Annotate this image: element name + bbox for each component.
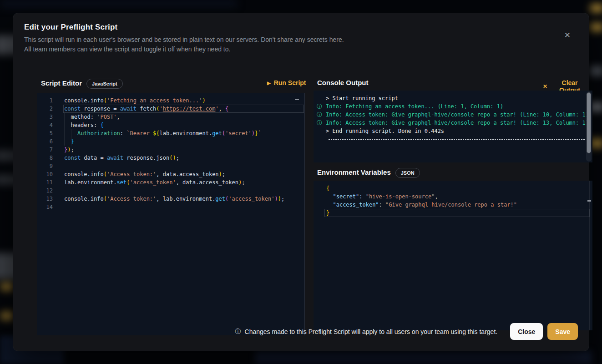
line-number: 4: [37, 121, 53, 129]
play-icon: ▶: [267, 81, 271, 86]
modal-description-line1: This script will run in each user's brow…: [24, 36, 344, 43]
background-blur: [1, 283, 13, 290]
line-number: 13: [37, 195, 53, 203]
code-line: 8const data = await response.json();: [37, 154, 304, 162]
code-line: 5 Authorization: `Bearer ${lab.environme…: [37, 129, 304, 137]
info-circle-icon: ⓘ: [316, 111, 323, 119]
code-text: "access_token": "Give graphql-hive/conso…: [326, 201, 517, 209]
code-text: console.info('Access token:', data.acces…: [64, 170, 225, 178]
console-scrollbar[interactable]: [586, 91, 592, 162]
code-line: 9: [37, 162, 304, 170]
line-number: 5: [37, 129, 53, 137]
code-line: "access_token": "Give graphql-hive/conso…: [314, 201, 592, 209]
code-text: Authorization: `Bearer ${lab.environment…: [64, 129, 262, 137]
save-button[interactable]: Save: [547, 323, 578, 340]
console-entry: > Start running script: [316, 94, 592, 102]
line-number: 2: [37, 105, 53, 113]
code-text: method: 'POST',: [64, 113, 120, 121]
close-button[interactable]: Close: [510, 323, 543, 340]
console-entry-text: Info: Access token: Give graphql-hive/co…: [326, 119, 590, 127]
code-text: "secret": "hive-is-open-source",: [326, 192, 438, 201]
line-number: 3: [37, 113, 53, 121]
modal-description-line2: All team members can view the script and…: [24, 46, 230, 53]
console-entry-text: Info: Access token: Give graphql-hive/co…: [326, 111, 590, 119]
close-icon[interactable]: ✕: [564, 31, 571, 39]
console-entry: ⓘInfo: Access token: Give graphql-hive/c…: [316, 111, 592, 119]
line-number: 1: [37, 96, 53, 105]
run-script-button[interactable]: ▶ Run Script: [267, 79, 306, 86]
footer-note-text: Changes made to this Preflight Script wi…: [245, 328, 498, 335]
console-entry: ⓘInfo: Fetching an access token... (Line…: [316, 102, 592, 111]
line-number: 8: [37, 154, 53, 162]
code-line: 2const response = await fetch('https://t…: [37, 105, 304, 113]
info-circle-icon: ⓘ: [316, 119, 323, 127]
code-line: "secret": "hive-is-open-source",: [314, 192, 592, 201]
code-text: });: [64, 146, 74, 154]
line-number: 9: [37, 162, 53, 170]
code-line: 3 method: 'POST',: [37, 113, 304, 121]
background-blur: [591, 24, 602, 31]
code-line: 10console.info('Access token:', data.acc…: [37, 170, 304, 178]
info-icon: ⓘ: [235, 328, 241, 336]
script-code-editor[interactable]: 1console.info('Fetching an access token.…: [37, 93, 305, 335]
modal-footer: ⓘ Changes made to this Preflight Script …: [13, 323, 589, 340]
code-line: {: [314, 184, 592, 192]
console-output-label: Console Output: [317, 79, 369, 86]
environment-variables-header: Environment VariablesJSON: [317, 168, 420, 178]
console-entry: > End running script. Done in 0.442s: [316, 127, 592, 135]
run-script-label: Run Script: [274, 79, 306, 86]
code-text: console.info('Fetching an access token..…: [64, 96, 206, 105]
console-entry-text: > Start running script: [326, 94, 590, 102]
script-editor-header: Script EditorJavaScript: [41, 79, 123, 89]
line-number: 12: [37, 187, 53, 195]
line-number: 7: [37, 146, 53, 154]
console-scrollbar-thumb[interactable]: [587, 92, 591, 153]
console-entry: ⓘInfo: Access token: Give graphql-hive/c…: [316, 119, 592, 127]
screen: ✕ Edit your Preflight Script This script…: [0, 0, 602, 364]
background-blur: [1, 312, 13, 319]
code-text: console.info('Access token:', lab.enviro…: [64, 195, 284, 203]
background-blur: [0, 0, 237, 7]
console-output-panel: > Start running scriptⓘInfo: Fetching an…: [314, 91, 592, 162]
line-number: 10: [37, 170, 53, 178]
code-line: }: [314, 209, 592, 217]
code-text: }: [64, 137, 74, 146]
line-number: 14: [37, 203, 53, 211]
code-line: 14: [37, 203, 304, 211]
code-text: }: [326, 209, 329, 217]
code-text: headers: {: [64, 121, 104, 129]
environment-variables-label: Environment Variables: [317, 168, 391, 176]
code-line: 11lab.environment.set('access_token', da…: [37, 178, 304, 187]
info-circle-icon: ⓘ: [316, 102, 323, 111]
clear-icon: ✕: [543, 83, 547, 90]
code-line: 12: [37, 187, 304, 195]
console-output-header: Console Output: [317, 79, 369, 87]
background-blur: [590, 66, 602, 76]
console-entry-text: Info: Fetching an access token... (Line:…: [326, 102, 590, 111]
code-text: const data = await response.json();: [64, 154, 179, 162]
code-text: const response = await fetch('https://te…: [64, 105, 228, 113]
code-text: lab.environment.set('access_token', data…: [64, 178, 245, 187]
line-number: 6: [37, 137, 53, 146]
code-line: 13console.info('Access token:', lab.envi…: [37, 195, 304, 203]
modal-title: Edit your Preflight Script: [24, 23, 117, 32]
background-blur: [591, 5, 602, 12]
code-line: 7});: [37, 146, 304, 154]
environment-variables-editor[interactable]: { "secret": "hive-is-open-source", "acce…: [314, 181, 592, 330]
javascript-badge: JavaScript: [86, 79, 123, 89]
line-number: 11: [37, 178, 53, 187]
code-text: {: [326, 184, 329, 192]
preflight-script-modal: ✕ Edit your Preflight Script This script…: [13, 13, 589, 351]
console-divider: [329, 139, 585, 140]
code-line: 1console.info('Fetching an access token.…: [37, 96, 304, 105]
footer-note: ⓘ Changes made to this Preflight Script …: [235, 328, 498, 336]
current-line-highlight: [324, 209, 590, 217]
background-blur: [255, 350, 592, 364]
script-editor-label: Script Editor: [41, 79, 82, 87]
code-line: 6 }: [37, 137, 304, 146]
code-line: 4 headers: {: [37, 121, 304, 129]
json-badge: JSON: [395, 168, 420, 178]
console-entry-text: > End running script. Done in 0.442s: [326, 127, 590, 135]
